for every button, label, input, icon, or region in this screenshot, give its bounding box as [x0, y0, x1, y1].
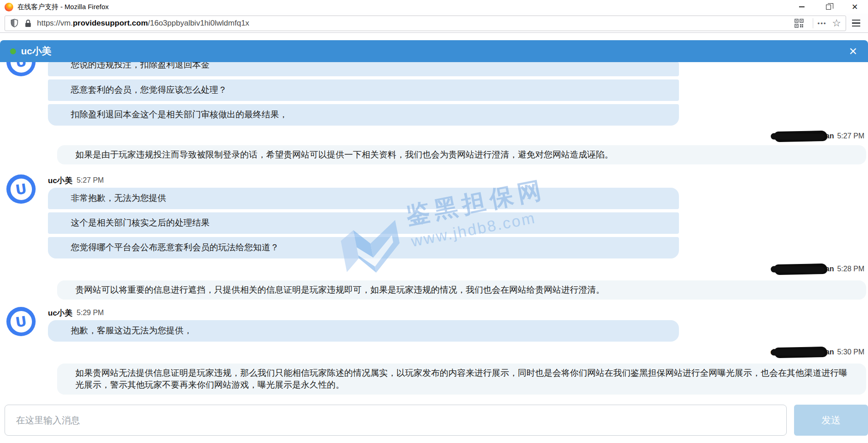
- chat-close-icon[interactable]: ×: [849, 44, 857, 58]
- agent-message-group: Uuc小美5:27 PM非常抱歉，无法为您提供这个是相关部门核实之后的处理结果您…: [0, 175, 868, 258]
- menu-hamburger-icon[interactable]: [852, 20, 860, 27]
- message-time: 5:30 PM: [837, 348, 864, 356]
- agent-message-bubble: 您说的违规投注，扣除盈利退回本金: [48, 62, 679, 76]
- spacer: [0, 164, 868, 175]
- chat-agent-name: uc小美: [21, 45, 52, 58]
- agent-message-bubble: 这个是相关部门核实之后的处理结果: [48, 212, 679, 234]
- agent-message-bubble: 非常抱歉，无法为您提供: [48, 188, 679, 209]
- visitor-message-bubble: 贵网站可以将重要的信息进行遮挡，只提供相关的信息证明是玩家违规即可，如果是玩家违…: [57, 280, 866, 300]
- spacer: [0, 275, 868, 280]
- spacer: [0, 126, 868, 130]
- agent-name: uc小美: [48, 175, 73, 186]
- agent-bubble-stack: 您说的违规投注，扣除盈利退回本金恶意套利的会员，您觉得应该怎么处理？扣除盈利退回…: [48, 62, 679, 126]
- agent-message-bubble: 您觉得哪个平台会公布恶意套利会员的玩法给您知道？: [48, 237, 679, 258]
- message-time: 5:27 PM: [837, 132, 864, 140]
- visitor-meta-row: dinghaan5:30 PM: [0, 346, 868, 358]
- chat-message-list[interactable]: U您说的违规投注，扣除盈利退回本金恶意套利的会员，您觉得应该怎么处理？扣除盈利退…: [0, 62, 868, 401]
- redaction-scribble: [774, 263, 827, 274]
- window-title: 在线客户支持 - Mozilla Firefox: [17, 3, 109, 11]
- tracking-shield-icon[interactable]: [10, 19, 19, 28]
- visitor-message-bubble: 如果贵网站无法提供信息证明是玩家违规，那么我们只能相信玩家陈述的情况属实，以玩家…: [57, 364, 866, 395]
- restore-button[interactable]: [815, 0, 842, 14]
- message-time: 5:28 PM: [837, 265, 864, 273]
- spacer: [0, 142, 868, 145]
- send-button[interactable]: 发送: [794, 405, 868, 436]
- message-text: 扣除盈利退回本金这个是相关部门审核做出的最终结果，: [71, 110, 288, 119]
- minimize-icon: [799, 6, 805, 7]
- spacer: [0, 342, 868, 346]
- page-actions-icon[interactable]: •••: [818, 20, 827, 26]
- redaction-scribble: [774, 130, 827, 142]
- visitor-meta-row: an5:27 PM: [0, 130, 868, 142]
- agent-name: uc小美: [48, 308, 73, 318]
- lock-icon[interactable]: [23, 19, 32, 28]
- browser-toolbar: https://vm.providesupport.com/16o3ppbyal…: [0, 14, 868, 33]
- message-time: 5:29 PM: [77, 309, 104, 317]
- close-window-button[interactable]: ✕: [842, 0, 868, 14]
- agent-name-row: uc小美5:29 PM: [48, 308, 868, 318]
- agent-avatar-icon: U: [6, 307, 36, 336]
- agent-message-group: U您说的违规投注，扣除盈利退回本金恶意套利的会员，您觉得应该怎么处理？扣除盈利退…: [0, 62, 868, 126]
- spacer: [0, 358, 868, 364]
- message-composer: 发送: [5, 405, 868, 436]
- visitor-meta-row: an5:28 PM: [0, 263, 868, 275]
- agent-avatar-icon: U: [6, 174, 36, 204]
- agent-message-bubble: 扣除盈利退回本金这个是相关部门审核做出的最终结果，: [48, 104, 679, 126]
- agent-name-row: uc小美5:27 PM: [48, 175, 868, 185]
- visitor-message-bubble: 如果是由于玩家违规投注而导致被限制登录的话，希望贵网站可以提供一下相关资料，我们…: [57, 145, 866, 164]
- window-controls: ✕: [789, 0, 868, 14]
- chat-window: uc小美 × U您说的违规投注，扣除盈利退回本金恶意套利的会员，您觉得应该怎么处…: [0, 33, 868, 443]
- redaction-scribble: [774, 346, 827, 358]
- message-time: 5:27 PM: [77, 176, 104, 185]
- agent-bubble-stack: 非常抱歉，无法为您提供这个是相关部门核实之后的处理结果您觉得哪个平台会公布恶意套…: [48, 188, 679, 258]
- browser-titlebar: 在线客户支持 - Mozilla Firefox ✕: [0, 0, 868, 14]
- message-text: 这个是相关部门核实之后的处理结果: [71, 218, 210, 227]
- url-text[interactable]: https://vm.providesupport.com/16o3ppbyal…: [37, 19, 794, 28]
- address-bar[interactable]: https://vm.providesupport.com/16o3ppbyal…: [5, 16, 846, 31]
- message-text: 抱歉，客服这边无法为您提供，: [71, 326, 192, 335]
- agent-message-group: Uuc小美5:29 PM抱歉，客服这边无法为您提供，: [0, 308, 868, 342]
- message-input[interactable]: [5, 405, 787, 436]
- agent-message-bubble: 恶意套利的会员，您觉得应该怎么处理？: [48, 79, 679, 101]
- restore-icon: [826, 5, 831, 10]
- agent-message-bubble: 抱歉，客服这边无法为您提供，: [48, 320, 679, 342]
- online-status-dot: [10, 48, 16, 54]
- agent-avatar-inner: U: [11, 179, 32, 200]
- spacer: [0, 258, 868, 263]
- minimize-button[interactable]: [789, 0, 815, 14]
- chat-header: uc小美 ×: [0, 40, 868, 62]
- bookmark-star-icon[interactable]: ☆: [832, 18, 841, 28]
- spacer: [0, 300, 868, 308]
- agent-bubble-stack: 抱歉，客服这边无法为您提供，: [48, 320, 679, 342]
- message-text: 您说的违规投注，扣除盈利退回本金: [71, 62, 665, 71]
- message-text: 非常抱歉，无法为您提供: [71, 193, 166, 203]
- agent-avatar-inner: U: [11, 311, 32, 332]
- qr-scan-icon[interactable]: [794, 19, 804, 28]
- message-text: 恶意套利的会员，您觉得应该怎么处理？: [71, 85, 227, 95]
- toolbar-separator: [813, 18, 813, 28]
- close-icon: ✕: [852, 3, 858, 11]
- firefox-icon: [5, 3, 13, 11]
- message-text: 您觉得哪个平台会公布恶意套利会员的玩法给您知道？: [71, 243, 279, 252]
